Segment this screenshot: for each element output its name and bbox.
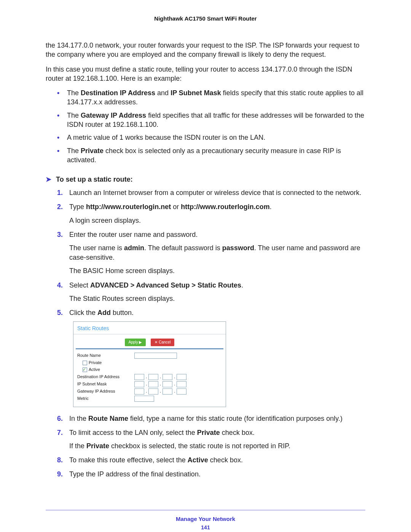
step-5: Click the Add button. Static Routes Appl… bbox=[57, 308, 365, 407]
bullet-bold-dest: Destination IP Address bbox=[81, 89, 155, 97]
label-route-name: Route Name bbox=[77, 353, 134, 358]
page-footer: Manage Your Network 141 bbox=[46, 510, 365, 530]
procedure-title: To set up a static route: bbox=[56, 176, 133, 183]
step-text: checkbox is selected, the static route i… bbox=[109, 442, 290, 450]
active-checkbox[interactable] bbox=[83, 367, 87, 372]
row-private: Private bbox=[77, 360, 222, 366]
step-3-cred: The user name is admin. The default pass… bbox=[69, 243, 365, 262]
step-7-sub: If the Private checkbox is selected, the… bbox=[69, 441, 365, 451]
steps-list: Launch an Internet browser from a comput… bbox=[57, 188, 365, 479]
scr-form: Route Name Private Active Des bbox=[73, 349, 226, 407]
step-bold-private2: Private bbox=[86, 442, 109, 450]
dot-icon: . bbox=[160, 381, 161, 387]
step-text: Type bbox=[69, 203, 86, 211]
step-text: Enter the router user name and password. bbox=[69, 231, 198, 238]
step-8: To make this route effective, select the… bbox=[57, 455, 365, 465]
row-gateway: Gateway IP Address . . . bbox=[77, 388, 222, 395]
dot-icon: . bbox=[160, 388, 161, 394]
label-active: Active bbox=[77, 367, 140, 372]
label-private: Private bbox=[77, 360, 140, 366]
dest-oct-1[interactable] bbox=[134, 374, 144, 380]
step-bold-add: Add bbox=[97, 309, 111, 316]
row-route-name: Route Name bbox=[77, 353, 222, 359]
dest-oct-3[interactable] bbox=[162, 374, 172, 380]
step-text: button. bbox=[111, 309, 134, 316]
procedure-arrow-icon: ➤ bbox=[46, 176, 51, 183]
private-checkbox[interactable] bbox=[83, 361, 87, 365]
step-3: Enter the router user name and password.… bbox=[57, 230, 365, 276]
procedure-heading: ➤To set up a static route: bbox=[46, 175, 365, 184]
subnet-oct-4[interactable] bbox=[177, 381, 186, 387]
step-2: Type http://www.routerlogin.net or http:… bbox=[57, 202, 365, 225]
gateway-oct-3[interactable] bbox=[162, 388, 172, 395]
step-bold-route-name: Route Name bbox=[88, 415, 128, 422]
dest-oct-4[interactable] bbox=[177, 374, 186, 380]
step-url-1: http://www.routerlogin.net bbox=[86, 203, 171, 211]
metric-input[interactable] bbox=[134, 396, 154, 402]
step-7: To limit access to the LAN only, select … bbox=[57, 428, 365, 451]
route-name-input[interactable] bbox=[134, 353, 177, 359]
footer-page-number: 141 bbox=[46, 524, 365, 530]
step-9: Type the IP address of the final destina… bbox=[57, 470, 365, 479]
gateway-oct-2[interactable] bbox=[148, 388, 158, 395]
step-bold-private: Private bbox=[197, 429, 220, 436]
label-dest-ip: Destination IP Address bbox=[77, 374, 134, 380]
label-subnet: IP Subnet Mask bbox=[77, 381, 134, 387]
step-text: . The default password is bbox=[144, 244, 222, 252]
bullet-text: The bbox=[67, 147, 81, 155]
step-1: Launch an Internet browser from a comput… bbox=[57, 188, 365, 198]
step-text: Click the bbox=[69, 309, 97, 316]
step-bold-admin: admin bbox=[124, 244, 144, 252]
subnet-oct-3[interactable] bbox=[162, 381, 172, 387]
row-subnet: IP Subnet Mask . . . bbox=[77, 381, 222, 387]
active-text: Active bbox=[89, 367, 100, 372]
step-text: To limit access to the LAN only, select … bbox=[69, 429, 197, 436]
step-text: Select bbox=[69, 281, 90, 289]
bullet-bold-gateway: Gateway IP Address bbox=[81, 112, 146, 119]
document-header: Nighthawk AC1750 Smart WiFi Router bbox=[46, 15, 365, 22]
step-bold-nav: ADVANCED > Advanced Setup > Static Route… bbox=[90, 281, 241, 289]
gateway-inputs: . . . bbox=[134, 388, 186, 395]
step-text: check box. bbox=[208, 456, 243, 464]
bullet-gateway: The Gateway IP Address field specifies t… bbox=[57, 111, 365, 129]
intro-para-1: the 134.177.0.0 network, your router for… bbox=[46, 41, 365, 59]
row-active: Active bbox=[77, 367, 222, 372]
row-dest-ip: Destination IP Address . . . bbox=[77, 374, 222, 380]
step-text: or bbox=[171, 203, 181, 211]
step-bold-active: Active bbox=[188, 456, 208, 464]
dot-icon: . bbox=[146, 388, 147, 394]
step-url-2: http://www.routerlogin.com bbox=[181, 203, 269, 211]
gateway-oct-1[interactable] bbox=[134, 388, 144, 395]
gateway-oct-4[interactable] bbox=[177, 388, 186, 395]
step-4-result: The Static Routes screen displays. bbox=[69, 294, 365, 304]
step-text: If the bbox=[69, 442, 86, 450]
label-gateway: Gateway IP Address bbox=[77, 388, 134, 394]
bullet-bold-private: Private bbox=[81, 147, 104, 155]
bullet-text: The bbox=[67, 89, 81, 97]
dot-icon: . bbox=[146, 381, 147, 387]
static-routes-screenshot: Static Routes Apply ▶ ✕ Cancel Route Nam… bbox=[73, 321, 226, 407]
bullet-dest-ip: The Destination IP Address and IP Subnet… bbox=[57, 88, 365, 107]
subnet-inputs: . . . bbox=[134, 381, 186, 387]
bullet-text: check box is selected only as a precauti… bbox=[67, 147, 341, 164]
step-text: . bbox=[270, 203, 272, 211]
scr-button-row: Apply ▶ ✕ Cancel bbox=[76, 334, 223, 349]
step-text: To make this route effective, select the bbox=[69, 456, 188, 464]
intro-para-2: In this case you must define a static ro… bbox=[46, 65, 365, 83]
step-2-result: A login screen displays. bbox=[69, 216, 365, 225]
dest-ip-inputs: . . . bbox=[134, 374, 186, 380]
dot-icon: . bbox=[174, 381, 175, 387]
step-text: In the bbox=[69, 415, 88, 422]
dot-icon: . bbox=[146, 374, 147, 380]
subnet-oct-1[interactable] bbox=[134, 381, 144, 387]
subnet-oct-2[interactable] bbox=[148, 381, 158, 387]
footer-section-title: Manage Your Network bbox=[46, 516, 365, 522]
cancel-button[interactable]: ✕ Cancel bbox=[151, 339, 174, 346]
label-metric: Metric bbox=[77, 396, 134, 401]
apply-button[interactable]: Apply ▶ bbox=[125, 339, 146, 346]
bullet-private: The Private check box is selected only a… bbox=[57, 146, 365, 165]
row-metric: Metric bbox=[77, 396, 222, 402]
dest-oct-2[interactable] bbox=[148, 374, 158, 380]
bullet-text: and bbox=[155, 89, 170, 97]
private-text: Private bbox=[89, 360, 102, 365]
